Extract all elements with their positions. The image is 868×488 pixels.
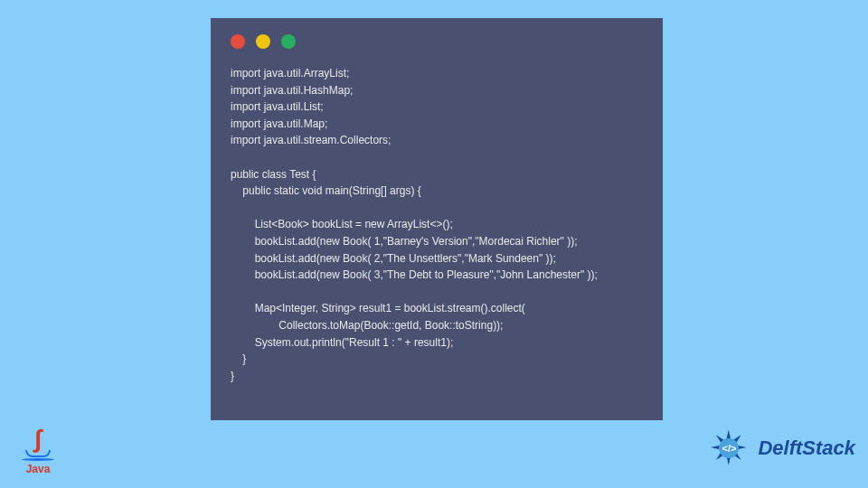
delftstack-icon-text: </> bbox=[719, 438, 739, 458]
java-logo-text: Java bbox=[26, 463, 51, 475]
delftstack-logo: ✷ </> DelftStack bbox=[703, 423, 855, 474]
window-controls bbox=[231, 34, 643, 49]
minimize-icon bbox=[256, 34, 270, 49]
code-block: import java.util.ArrayList; import java.… bbox=[231, 65, 643, 384]
close-icon bbox=[231, 34, 245, 49]
java-steam-icon: ∫ bbox=[34, 430, 42, 448]
delftstack-icon: ✷ </> bbox=[703, 423, 754, 474]
delftstack-logo-text: DelftStack bbox=[758, 436, 855, 460]
java-cup-icon bbox=[25, 450, 51, 457]
code-window: import java.util.ArrayList; import java.… bbox=[211, 18, 663, 420]
maximize-icon bbox=[281, 34, 296, 49]
java-logo: ∫ Java bbox=[16, 430, 60, 475]
java-saucer-icon bbox=[22, 458, 54, 461]
